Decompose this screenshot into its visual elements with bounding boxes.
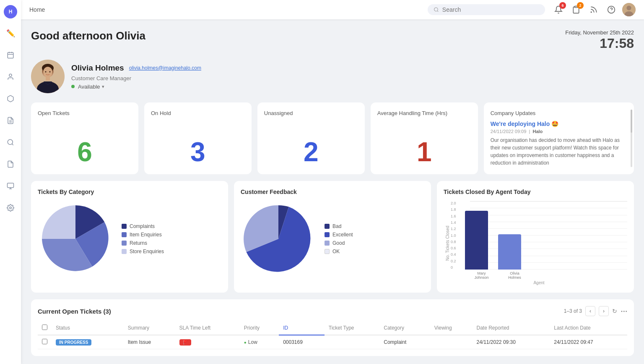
tickets-table-body: IN PROGRESS Item Issue 🚩 ● Low 0003169 — [38, 335, 627, 349]
table-row[interactable]: IN PROGRESS Item Issue 🚩 ● Low 0003169 — [38, 335, 627, 349]
more-options-button[interactable]: ⋯ — [621, 307, 627, 315]
document-nav-icon[interactable] — [3, 157, 18, 171]
legend-returns: Returns — [122, 240, 164, 246]
legend-complaints: Complaints — [122, 223, 164, 229]
store-enquiries-dot — [122, 249, 127, 254]
legend-excellent: Excellent — [325, 232, 353, 238]
row-checkbox[interactable] — [42, 339, 47, 344]
topnav-home-label[interactable]: Home — [29, 6, 45, 13]
table-header-row: Status Summary SLA Time Left Priority ID… — [38, 321, 627, 335]
search-nav-icon[interactable] — [3, 135, 18, 149]
open-tickets-value: 6 — [38, 133, 132, 167]
date-text: Friday, November 25th 2022 — [565, 29, 634, 36]
legend-bad: Bad — [325, 223, 353, 229]
logo[interactable]: H — [4, 5, 17, 18]
monitor-nav-icon[interactable] — [3, 179, 18, 193]
legend-item-enquiries: Item Enquiries — [122, 232, 164, 238]
unassigned-label: Unassigned — [264, 110, 358, 116]
category-pie-svg — [38, 201, 113, 277]
bad-dot — [325, 224, 330, 229]
legend-ok: OK — [325, 249, 353, 254]
row-checkbox-cell[interactable] — [38, 335, 52, 349]
unassigned-card: Unassigned 2 — [257, 102, 365, 174]
report-nav-icon[interactable] — [3, 113, 18, 128]
time-text: 17:58 — [565, 36, 634, 51]
topnav: Home 6 2 — [21, 0, 644, 19]
refresh-button[interactable]: ↻ — [612, 308, 617, 314]
svg-point-15 — [434, 8, 438, 11]
help-button[interactable] — [605, 3, 618, 16]
current-tickets-section: Current Open Tickets (3) 1–3 of 3 ‹ › ↻ … — [31, 299, 634, 356]
bell-button[interactable]: 6 — [552, 3, 565, 16]
good-label: Good — [332, 240, 345, 246]
user-avatar[interactable] — [622, 3, 636, 16]
bar-chart-area: 0 0.2 0.4 0.6 0.8 1.0 1.2 1.4 1.6 1.8 2. — [451, 201, 627, 270]
olivia-holmes-label: Olivia Holmes — [503, 271, 526, 280]
tickets-by-category-card: Tickets By Category — [31, 181, 228, 293]
svg-rect-32 — [46, 77, 50, 81]
tickets-table-head: Status Summary SLA Time Left Priority ID… — [38, 321, 627, 335]
priority-indicator: ● Low — [244, 339, 257, 345]
feedback-legend: Bad Excellent Good OK — [325, 223, 353, 254]
tickets-closed-title: Tickets Closed By Agent Today — [444, 189, 627, 195]
datetime-display: Friday, November 25th 2022 17:58 — [565, 29, 634, 51]
profile-email[interactable]: olivia.holmes@imaginehalo.com — [129, 65, 201, 71]
update-link[interactable]: We're deploying Halo 🤩 — [491, 120, 627, 127]
rss-button[interactable] — [587, 3, 600, 16]
company-updates-card: Company Updates We're deploying Halo 🤩 2… — [484, 102, 634, 174]
bell-badge: 6 — [559, 2, 566, 9]
category-legend: Complaints Item Enquiries Returns S — [122, 223, 164, 254]
mary-johnson-bar-col — [465, 211, 488, 270]
tickets-by-category-title: Tickets By Category — [38, 189, 221, 195]
complaints-dot — [122, 224, 127, 229]
charts-row: Tickets By Category — [31, 181, 634, 293]
prev-page-button[interactable]: ‹ — [585, 306, 595, 316]
x-axis-label: Agent — [451, 280, 627, 285]
on-hold-value: 3 — [151, 133, 245, 167]
mary-johnson-bar — [465, 211, 488, 270]
row-ticket-type-cell — [325, 335, 379, 349]
complaints-label: Complaints — [130, 223, 155, 229]
row-last-action-cell: 24/11/2022 09:47 — [550, 335, 627, 349]
next-page-button[interactable]: › — [599, 306, 609, 316]
update-date: 24/11/2022 09:09 — [491, 129, 527, 134]
edit-nav-icon[interactable]: ✏️ — [3, 26, 18, 40]
bar-chart-container: No. Tickets Closed 0 0.2 0.4 0.6 0.8 1. — [444, 201, 627, 285]
sidebar: H ✏️ — [0, 0, 21, 364]
bad-label: Bad — [332, 223, 341, 229]
summary-column-header: Summary — [124, 321, 175, 335]
sla-badge: 🚩 — [179, 339, 191, 346]
y-labels: 0 0.2 0.4 0.6 0.8 1.0 1.2 1.4 1.6 1.8 2. — [451, 201, 460, 270]
row-status-cell: IN PROGRESS — [52, 335, 124, 349]
mary-johnson-label: Mary Johnson — [470, 271, 493, 280]
package-nav-icon[interactable] — [3, 92, 18, 106]
svg-rect-2 — [8, 52, 13, 58]
excellent-label: Excellent — [332, 232, 353, 238]
select-all-header[interactable] — [38, 321, 52, 335]
svg-point-30 — [45, 71, 47, 73]
user-nav-icon[interactable] — [3, 70, 18, 84]
profile-role: Customer Care Manager — [71, 75, 131, 81]
stats-row: Open Tickets 6 On Hold 3 Unassigned 2 Av… — [31, 102, 634, 174]
settings-nav-icon[interactable] — [3, 201, 18, 215]
ok-label: OK — [332, 249, 340, 254]
select-all-checkbox[interactable] — [42, 325, 47, 330]
open-tickets-card: Open Tickets 6 — [31, 102, 138, 174]
priority-dot-icon: ● — [244, 340, 247, 345]
row-summary-cell: Item Issue — [124, 335, 175, 349]
nav-icons: 6 2 — [552, 3, 636, 16]
status-dropdown-icon[interactable]: ▾ — [102, 84, 104, 89]
returns-label: Returns — [130, 240, 147, 246]
update-meta: 24/11/2022 09:09 | Halo — [491, 129, 627, 134]
content-area: Good afternoon Olivia Friday, November 2… — [21, 19, 644, 364]
clipboard-button[interactable]: 2 — [569, 3, 583, 16]
viewing-column-header: Viewing — [430, 321, 473, 335]
id-column-header: ID — [279, 321, 325, 335]
calendar-nav-icon[interactable] — [3, 48, 18, 62]
status-column-header: Status — [52, 321, 124, 335]
svg-point-9 — [8, 139, 13, 144]
search-box[interactable] — [428, 4, 545, 15]
search-input[interactable] — [442, 6, 539, 13]
update-body: Our organisation has decided to move ahe… — [491, 136, 627, 167]
tickets-header: Current Open Tickets (3) 1–3 of 3 ‹ › ↻ … — [38, 306, 627, 316]
